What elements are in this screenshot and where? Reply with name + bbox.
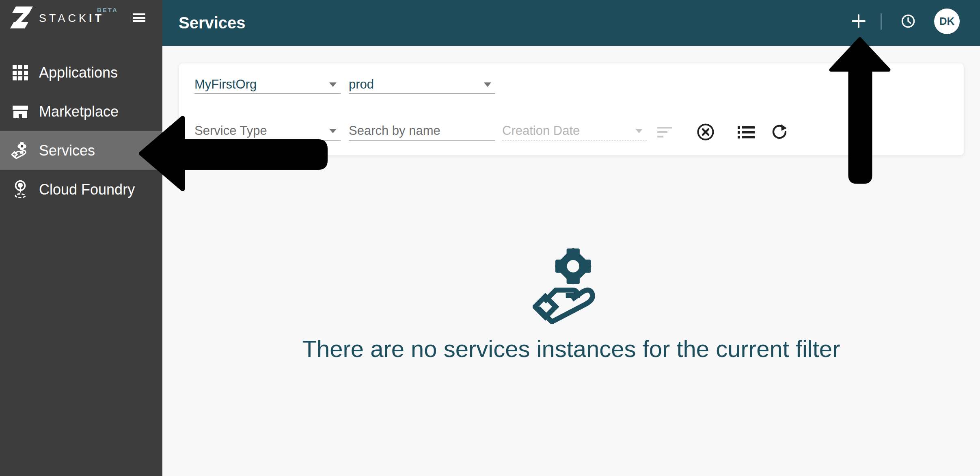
sort-button <box>656 123 674 141</box>
chevron-down-icon <box>329 129 337 133</box>
sidebar-item-applications[interactable]: Applications <box>0 53 162 92</box>
stackit-logo-icon <box>10 6 35 28</box>
refresh-icon <box>771 123 788 140</box>
creation-date-select: Creation Date <box>502 122 647 141</box>
plus-icon <box>851 14 866 28</box>
chevron-down-icon <box>635 129 643 133</box>
clock-icon <box>901 14 915 28</box>
sidebar-nav: Applications Marketplace <box>0 53 162 209</box>
sidebar-item-cloud-foundry[interactable]: Cloud Foundry <box>0 170 162 209</box>
clear-filter-button[interactable] <box>697 123 714 141</box>
hand-gear-icon <box>11 142 29 160</box>
list-view-icon <box>738 126 755 139</box>
chevron-down-icon <box>329 82 337 87</box>
filter-card: MyFirstOrg prod Service Type Creation Da… <box>179 63 964 156</box>
history-button[interactable] <box>901 14 915 30</box>
header-divider <box>881 13 882 30</box>
empty-state-message-wrap: There are no services instances for the … <box>162 335 980 362</box>
sort-icon <box>657 126 673 138</box>
sidebar-item-services[interactable]: Services <box>0 131 162 170</box>
services-empty-icon <box>533 247 610 326</box>
top-header: Services DK <box>162 0 980 46</box>
empty-state-message: There are no services instances for the … <box>302 335 840 362</box>
beta-badge: BETA <box>97 6 118 13</box>
sidebar-item-label: Services <box>39 142 95 159</box>
project-value: prod <box>349 77 484 92</box>
creation-date-label: Creation Date <box>502 123 635 138</box>
organization-value: MyFirstOrg <box>194 77 329 92</box>
clear-filter-icon <box>697 123 714 141</box>
sidebar-item-label: Applications <box>39 64 118 81</box>
chevron-down-icon <box>484 82 491 87</box>
brand-header: STACKIT BETA <box>0 0 162 35</box>
service-type-select[interactable]: Service Type <box>194 122 341 141</box>
storefront-icon <box>11 104 29 119</box>
brand-name: STACKIT <box>39 12 104 25</box>
apps-grid-icon <box>11 65 29 80</box>
project-select[interactable]: prod <box>349 76 495 94</box>
cloud-foundry-icon <box>11 180 29 199</box>
organization-select[interactable]: MyFirstOrg <box>194 76 341 94</box>
page-title: Services <box>179 0 246 46</box>
refresh-button[interactable] <box>770 123 788 141</box>
service-type-label: Service Type <box>194 123 329 138</box>
sidebar: STACKIT BETA Applications <box>0 0 162 476</box>
list-view-button[interactable] <box>737 123 755 141</box>
add-service-button[interactable] <box>851 14 866 30</box>
search-input[interactable] <box>349 122 495 141</box>
sidebar-item-label: Cloud Foundry <box>39 181 135 198</box>
sidebar-item-label: Marketplace <box>39 103 119 120</box>
sidebar-item-marketplace[interactable]: Marketplace <box>0 92 162 131</box>
user-avatar[interactable]: DK <box>934 9 960 34</box>
hamburger-menu-icon[interactable] <box>133 13 145 22</box>
